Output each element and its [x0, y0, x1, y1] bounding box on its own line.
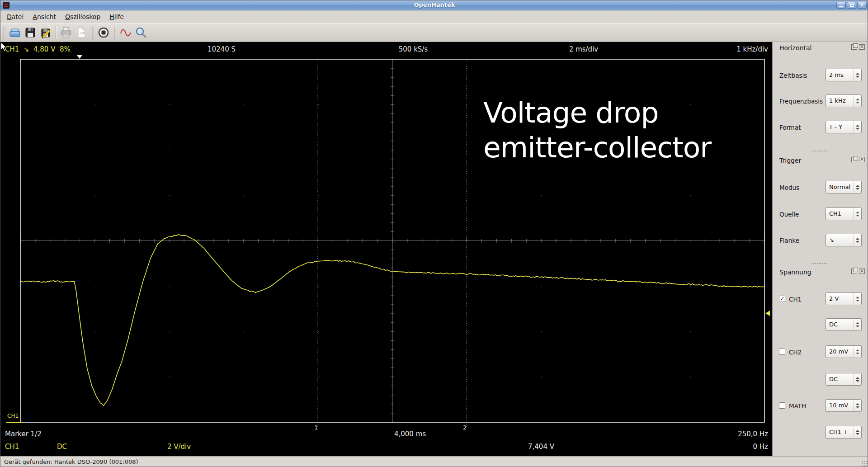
- channel-name-label: CH1: [5, 443, 19, 451]
- ch1-offset-marker: [6, 422, 22, 423]
- frequenzbasis-select[interactable]: 1 kHz: [826, 94, 862, 107]
- frequencybase-value: 1 kHz/div: [736, 45, 768, 53]
- spinner-arrows-icon[interactable]: [854, 426, 861, 438]
- zeitbasis-select[interactable]: 2 ms: [826, 69, 862, 81]
- ch2-checkbox[interactable]: [779, 349, 785, 355]
- signal-generator-button[interactable]: [118, 25, 133, 40]
- spinner-arrows-icon[interactable]: [854, 319, 861, 330]
- trigger-dock-title: Trigger: [779, 157, 801, 164]
- trigger-quelle-select[interactable]: CH1: [826, 208, 862, 220]
- ch1-coupling-select[interactable]: DC: [826, 318, 862, 331]
- save-button[interactable]: [23, 25, 38, 40]
- ch1-offset-label[interactable]: CH1: [7, 413, 19, 419]
- float-dock-button[interactable]: [851, 157, 857, 162]
- close-icon: ✕: [858, 2, 866, 8]
- export-icon: [75, 26, 88, 39]
- zeitbasis-label: Zeitbasis: [779, 72, 807, 79]
- spinner-arrows-icon[interactable]: [854, 293, 861, 305]
- flanke-label: Flanke: [779, 237, 799, 244]
- float-dock-button[interactable]: [851, 44, 857, 50]
- float-dock-button[interactable]: [851, 269, 857, 274]
- spinner-arrows-icon[interactable]: [854, 234, 861, 246]
- export-button[interactable]: [74, 25, 89, 40]
- mouse-cursor: [0, 42, 7, 52]
- scope-display[interactable]: CH1 ↘ 4,80 V 8% 10240 S 500 kS/s 2 ms/di…: [0, 42, 772, 456]
- menu-hilfe[interactable]: Hilfe: [105, 11, 128, 22]
- save-as-button[interactable]: [38, 25, 53, 40]
- record-stop-icon: [97, 26, 110, 39]
- tool-bar: [0, 23, 868, 42]
- annotation-text: Voltage drop emitter-collector: [483, 95, 711, 165]
- modus-label: Modus: [779, 184, 799, 191]
- spinner-arrows-icon[interactable]: [854, 69, 861, 81]
- spinner-arrows-icon[interactable]: [854, 208, 861, 220]
- spinner-arrows-icon[interactable]: [854, 95, 861, 107]
- print-button[interactable]: [58, 25, 74, 40]
- close-dock-button[interactable]: [859, 269, 865, 274]
- status-bar: Gerät gefunden: Hantek DSO-2090 (001:008…: [0, 456, 868, 467]
- math-label: MATH: [789, 402, 806, 410]
- close-dock-button[interactable]: [859, 157, 865, 162]
- math-gain-select[interactable]: 10 mV: [826, 399, 862, 412]
- marker-info-label: Marker 1/2: [5, 430, 42, 438]
- horizontal-dock-title: Horizontal: [779, 44, 811, 52]
- resize-grip[interactable]: [861, 460, 868, 467]
- samplerate-value: 500 kS/s: [399, 45, 428, 53]
- menu-bar: Datei Ansicht Oszilloskop Hilfe: [0, 10, 868, 23]
- ch2-coupling-select[interactable]: DC: [826, 373, 862, 386]
- math-checkbox[interactable]: [779, 402, 785, 409]
- minimize-button[interactable]: [836, 2, 846, 9]
- trigger-modus-select[interactable]: Normal: [826, 181, 862, 193]
- timebase-value: 2 ms/div: [569, 45, 598, 53]
- toolbar-grip[interactable]: [113, 26, 116, 39]
- format-select[interactable]: T - Y: [826, 121, 862, 133]
- ch2-gain-select[interactable]: 20 mV: [826, 345, 862, 358]
- zoom-button[interactable]: [133, 25, 149, 40]
- maximize-icon: [850, 4, 854, 7]
- maximize-button[interactable]: [847, 2, 856, 9]
- close-dock-button[interactable]: [859, 44, 865, 50]
- amplitude-value: 7,404 V: [528, 443, 554, 451]
- open-button[interactable]: [7, 25, 23, 40]
- sine-wave-icon: [119, 26, 132, 39]
- marker-2-label[interactable]: 2: [463, 424, 467, 431]
- ch1-checkbox[interactable]: ✓: [779, 296, 785, 302]
- toolbar-grip[interactable]: [91, 26, 94, 39]
- trigger-status: CH1 ↘ 4,80 V 8%: [5, 45, 71, 53]
- dock-drag-handle[interactable]: [811, 263, 827, 264]
- menu-ansicht[interactable]: Ansicht: [28, 11, 61, 22]
- spinner-arrows-icon[interactable]: [854, 346, 861, 358]
- toolbar-grip[interactable]: [2, 26, 5, 39]
- title-bar[interactable]: OpenHantek ✕: [0, 0, 868, 10]
- dock-drag-handle[interactable]: [811, 151, 827, 151]
- ch1-label: CH1: [789, 296, 802, 303]
- save-as-icon: [39, 26, 52, 39]
- math-mode-select[interactable]: CH1 + CH2: [826, 426, 862, 439]
- frequenzbasis-label: Frequenzbasis: [779, 98, 823, 105]
- trigger-flanke-select[interactable]: ↘: [826, 234, 862, 246]
- settings-panel: Horizontal Zeitbasis 2 ms Frequenzbasis …: [772, 42, 868, 456]
- format-label: Format: [779, 124, 801, 131]
- window-title: OpenHantek: [0, 1, 868, 8]
- spinner-arrows-icon[interactable]: [854, 121, 861, 133]
- spinner-arrows-icon[interactable]: [854, 400, 861, 411]
- marker-frequency-value: 250,0 Hz: [738, 430, 768, 438]
- record-stop-button[interactable]: [96, 25, 111, 40]
- device-status-text: Gerät gefunden: Hantek DSO-2090 (001:008…: [4, 458, 138, 465]
- menu-oszilloskop[interactable]: Oszilloskop: [61, 11, 105, 22]
- marker-1-label[interactable]: 1: [314, 424, 318, 431]
- close-button[interactable]: ✕: [857, 2, 867, 9]
- magnifier-icon: [134, 26, 148, 39]
- spinner-arrows-icon[interactable]: [854, 181, 861, 193]
- openhantek-window: OpenHantek ✕ Datei Ansicht Oszilloskop H…: [0, 0, 868, 467]
- frequency-value: 0 Hz: [753, 443, 768, 451]
- open-icon: [8, 26, 22, 39]
- menu-datei[interactable]: Datei: [2, 11, 28, 22]
- toolbar-separator: [56, 26, 56, 39]
- ch1-gain-select[interactable]: 2 V: [826, 292, 862, 305]
- print-icon: [59, 26, 73, 39]
- coupling-label: DC: [57, 443, 67, 451]
- save-icon: [24, 26, 37, 39]
- spinner-arrows-icon[interactable]: [854, 373, 861, 385]
- voltage-per-div-label: 2 V/div: [167, 443, 191, 451]
